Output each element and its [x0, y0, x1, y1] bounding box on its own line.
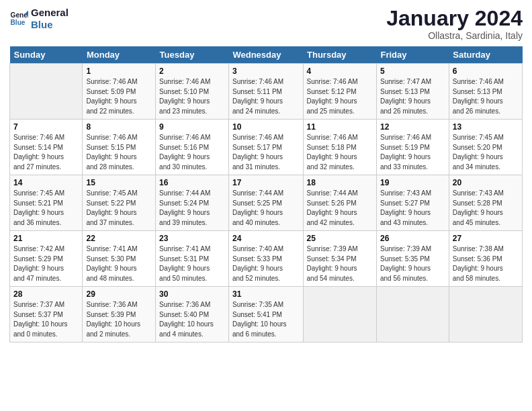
calendar-cell: 18Sunrise: 7:44 AM Sunset: 5:26 PM Dayli… — [303, 175, 376, 231]
calendar-cell: 27Sunrise: 7:38 AM Sunset: 5:36 PM Dayli… — [449, 231, 522, 287]
day-number: 25 — [307, 234, 373, 243]
calendar-cell: 3Sunrise: 7:46 AM Sunset: 5:11 PM Daylig… — [228, 64, 303, 120]
week-row-2: 14Sunrise: 7:45 AM Sunset: 5:21 PM Dayli… — [10, 175, 523, 231]
calendar-cell: 12Sunrise: 7:46 AM Sunset: 5:19 PM Dayli… — [376, 120, 449, 175]
calendar-cell — [449, 287, 522, 342]
day-info: Sunrise: 7:46 AM Sunset: 5:18 PM Dayligh… — [307, 133, 373, 172]
day-number: 14 — [13, 178, 79, 187]
day-number: 5 — [380, 66, 445, 76]
subtitle: Ollastra, Sardinia, Italy — [386, 30, 523, 41]
day-number: 24 — [232, 234, 300, 243]
day-info: Sunrise: 7:46 AM Sunset: 5:15 PM Dayligh… — [86, 133, 152, 172]
day-number: 23 — [159, 234, 225, 243]
day-number: 4 — [307, 66, 373, 76]
day-number: 22 — [86, 234, 152, 243]
day-info: Sunrise: 7:42 AM Sunset: 5:29 PM Dayligh… — [13, 244, 79, 283]
calendar-cell: 22Sunrise: 7:41 AM Sunset: 5:30 PM Dayli… — [83, 231, 156, 287]
day-info: Sunrise: 7:39 AM Sunset: 5:34 PM Dayligh… — [307, 244, 373, 283]
logo-line2: Blue — [31, 19, 69, 31]
day-number: 28 — [13, 289, 79, 299]
day-info: Sunrise: 7:43 AM Sunset: 5:28 PM Dayligh… — [453, 189, 519, 228]
day-number: 16 — [159, 178, 225, 187]
calendar-cell — [10, 64, 83, 120]
day-info: Sunrise: 7:36 AM Sunset: 5:39 PM Dayligh… — [86, 300, 152, 339]
calendar-cell: 14Sunrise: 7:45 AM Sunset: 5:21 PM Dayli… — [10, 175, 83, 231]
day-number: 15 — [86, 178, 152, 187]
calendar-cell: 5Sunrise: 7:47 AM Sunset: 5:13 PM Daylig… — [376, 64, 449, 120]
svg-text:Blue: Blue — [11, 19, 26, 26]
week-row-4: 28Sunrise: 7:37 AM Sunset: 5:37 PM Dayli… — [10, 287, 523, 342]
day-number: 29 — [86, 289, 152, 299]
title-block: January 2024 Ollastra, Sardinia, Italy — [386, 7, 523, 41]
calendar-cell: 13Sunrise: 7:45 AM Sunset: 5:20 PM Dayli… — [449, 120, 522, 175]
day-info: Sunrise: 7:46 AM Sunset: 5:12 PM Dayligh… — [307, 77, 373, 116]
day-header-wednesday: Wednesday — [228, 46, 303, 64]
day-info: Sunrise: 7:45 AM Sunset: 5:21 PM Dayligh… — [13, 189, 79, 228]
calendar-cell: 25Sunrise: 7:39 AM Sunset: 5:34 PM Dayli… — [303, 231, 376, 287]
calendar-cell: 1Sunrise: 7:46 AM Sunset: 5:09 PM Daylig… — [83, 64, 156, 120]
calendar-cell: 6Sunrise: 7:46 AM Sunset: 5:13 PM Daylig… — [449, 64, 522, 120]
day-info: Sunrise: 7:37 AM Sunset: 5:37 PM Dayligh… — [13, 300, 79, 339]
calendar-cell: 31Sunrise: 7:35 AM Sunset: 5:41 PM Dayli… — [228, 287, 303, 342]
day-number: 11 — [307, 122, 373, 132]
day-number: 7 — [13, 122, 79, 132]
logo-line1: General — [31, 7, 69, 19]
calendar-cell: 4Sunrise: 7:46 AM Sunset: 5:12 PM Daylig… — [303, 64, 376, 120]
day-info: Sunrise: 7:35 AM Sunset: 5:41 PM Dayligh… — [232, 300, 300, 339]
calendar-cell: 20Sunrise: 7:43 AM Sunset: 5:28 PM Dayli… — [449, 175, 522, 231]
calendar-cell: 19Sunrise: 7:43 AM Sunset: 5:27 PM Dayli… — [376, 175, 449, 231]
calendar-cell — [303, 287, 376, 342]
day-number: 9 — [159, 122, 225, 132]
calendar-cell: 23Sunrise: 7:41 AM Sunset: 5:31 PM Dayli… — [156, 231, 229, 287]
day-info: Sunrise: 7:44 AM Sunset: 5:24 PM Dayligh… — [159, 189, 225, 228]
logo: General Blue General Blue — [9, 7, 69, 31]
day-number: 1 — [86, 66, 152, 76]
week-row-1: 7Sunrise: 7:46 AM Sunset: 5:14 PM Daylig… — [10, 120, 523, 175]
day-number: 10 — [232, 122, 300, 132]
day-info: Sunrise: 7:40 AM Sunset: 5:33 PM Dayligh… — [232, 244, 300, 283]
month-title: January 2024 — [386, 7, 523, 30]
day-header-friday: Friday — [376, 46, 449, 64]
calendar-cell: 17Sunrise: 7:44 AM Sunset: 5:25 PM Dayli… — [228, 175, 303, 231]
calendar-cell: 16Sunrise: 7:44 AM Sunset: 5:24 PM Dayli… — [156, 175, 229, 231]
page-container: General Blue General Blue January 2024 O… — [0, 0, 532, 349]
day-info: Sunrise: 7:36 AM Sunset: 5:40 PM Dayligh… — [159, 300, 225, 339]
day-number: 20 — [453, 178, 519, 187]
calendar-cell — [376, 287, 449, 342]
day-info: Sunrise: 7:45 AM Sunset: 5:22 PM Dayligh… — [86, 189, 152, 228]
calendar-table: SundayMondayTuesdayWednesdayThursdayFrid… — [9, 46, 523, 342]
day-info: Sunrise: 7:44 AM Sunset: 5:25 PM Dayligh… — [232, 189, 300, 228]
calendar-cell: 10Sunrise: 7:46 AM Sunset: 5:17 PM Dayli… — [228, 120, 303, 175]
svg-text:General: General — [11, 11, 28, 19]
day-header-thursday: Thursday — [303, 46, 376, 64]
day-info: Sunrise: 7:46 AM Sunset: 5:14 PM Dayligh… — [13, 133, 79, 172]
day-header-monday: Monday — [83, 46, 156, 64]
calendar-cell: 28Sunrise: 7:37 AM Sunset: 5:37 PM Dayli… — [10, 287, 83, 342]
day-info: Sunrise: 7:43 AM Sunset: 5:27 PM Dayligh… — [380, 189, 445, 228]
calendar-cell: 8Sunrise: 7:46 AM Sunset: 5:15 PM Daylig… — [83, 120, 156, 175]
header-row: SundayMondayTuesdayWednesdayThursdayFrid… — [10, 46, 523, 64]
day-info: Sunrise: 7:39 AM Sunset: 5:35 PM Dayligh… — [380, 244, 445, 283]
day-info: Sunrise: 7:45 AM Sunset: 5:20 PM Dayligh… — [453, 133, 519, 172]
day-number: 19 — [380, 178, 445, 187]
day-info: Sunrise: 7:46 AM Sunset: 5:10 PM Dayligh… — [159, 77, 225, 116]
calendar-cell: 11Sunrise: 7:46 AM Sunset: 5:18 PM Dayli… — [303, 120, 376, 175]
day-header-saturday: Saturday — [449, 46, 522, 64]
calendar-cell: 26Sunrise: 7:39 AM Sunset: 5:35 PM Dayli… — [376, 231, 449, 287]
day-info: Sunrise: 7:38 AM Sunset: 5:36 PM Dayligh… — [453, 244, 519, 283]
day-number: 17 — [232, 178, 300, 187]
day-info: Sunrise: 7:41 AM Sunset: 5:31 PM Dayligh… — [159, 244, 225, 283]
day-number: 3 — [232, 66, 300, 76]
calendar-cell: 29Sunrise: 7:36 AM Sunset: 5:39 PM Dayli… — [83, 287, 156, 342]
day-info: Sunrise: 7:46 AM Sunset: 5:16 PM Dayligh… — [159, 133, 225, 172]
day-number: 6 — [453, 66, 519, 76]
day-info: Sunrise: 7:44 AM Sunset: 5:26 PM Dayligh… — [307, 189, 373, 228]
day-info: Sunrise: 7:41 AM Sunset: 5:30 PM Dayligh… — [86, 244, 152, 283]
calendar-cell: 9Sunrise: 7:46 AM Sunset: 5:16 PM Daylig… — [156, 120, 229, 175]
day-number: 26 — [380, 234, 445, 243]
day-number: 30 — [159, 289, 225, 299]
day-header-tuesday: Tuesday — [156, 46, 229, 64]
day-info: Sunrise: 7:46 AM Sunset: 5:19 PM Dayligh… — [380, 133, 445, 172]
header: General Blue General Blue January 2024 O… — [9, 7, 523, 41]
calendar-cell: 7Sunrise: 7:46 AM Sunset: 5:14 PM Daylig… — [10, 120, 83, 175]
